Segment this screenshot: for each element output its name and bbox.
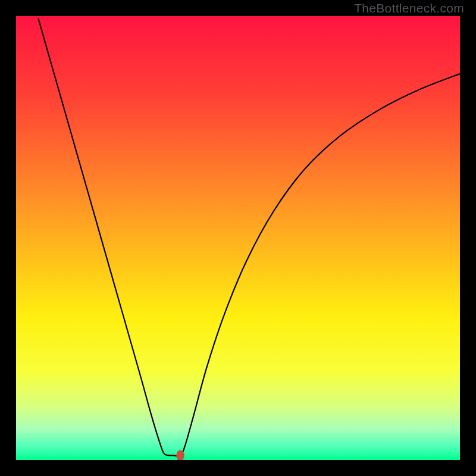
watermark-text: TheBottleneck.com — [354, 1, 464, 15]
plot-area — [16, 16, 460, 460]
chart-svg — [16, 16, 460, 460]
chart-background — [16, 16, 460, 460]
chart-frame: TheBottleneck.com — [0, 0, 476, 476]
